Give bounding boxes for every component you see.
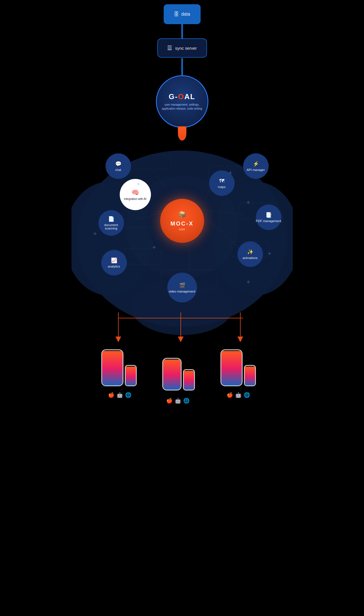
- platform-icons-right: 🍎 🤖 🌐: [220, 392, 257, 398]
- server-icon: ☰: [167, 45, 172, 51]
- maps-label: maps: [218, 185, 226, 189]
- android-icon-center: 🤖: [175, 398, 181, 404]
- ios-icon-left: 🍎: [108, 392, 114, 398]
- phone-right-2: [244, 365, 256, 386]
- chat-label: chat: [115, 168, 121, 172]
- plus-sign-5: +: [152, 244, 156, 251]
- chat-icon: 💬: [115, 161, 121, 167]
- video-icon: 🎬: [179, 282, 185, 289]
- pdf-icon: 📑: [266, 212, 272, 218]
- plus-sign-4: +: [93, 230, 97, 237]
- connector-sync-goal: [181, 58, 183, 75]
- chat-node: 💬 chat: [106, 153, 131, 179]
- device-group-center: [162, 358, 195, 391]
- doc-icon: 📄: [108, 216, 114, 222]
- api-manager-label: API manager: [247, 168, 265, 172]
- device-group-left: [101, 349, 137, 386]
- goal-subtitle: user management, settings, application r…: [157, 103, 207, 111]
- data-label: data: [181, 12, 190, 17]
- connector-data-sync: [181, 24, 183, 38]
- core-subtitle: core: [179, 227, 185, 231]
- analytics-icon: 📈: [111, 257, 117, 264]
- sync-server-label: sync server: [175, 46, 197, 51]
- web-icon-center: 🌐: [183, 398, 190, 404]
- core-icon: 📦: [178, 211, 186, 219]
- pdf-management-label: PDF management: [256, 219, 281, 223]
- document-scanning-node: 📄 document scanning: [98, 210, 124, 236]
- svg-marker-26: [237, 337, 243, 342]
- core-node: 📦 MOC-X core: [160, 199, 204, 243]
- document-scanning-label: document scanning: [98, 223, 124, 230]
- animations-icon: ✨: [247, 249, 253, 255]
- database-icon: 🗄: [174, 11, 179, 17]
- plus-sign-7: +: [247, 278, 250, 286]
- data-node: 🗄 data: [164, 4, 201, 24]
- maps-icon: 🗺: [219, 178, 224, 184]
- ios-icon-right: 🍎: [227, 392, 233, 398]
- platform-icons-left: 🍎 🤖 🌐: [101, 392, 138, 398]
- phone-center-2: [183, 369, 195, 391]
- animations-label: animations: [243, 256, 258, 260]
- goal-node: G-OAL user management, settings, applica…: [156, 75, 208, 128]
- goal-connector: [178, 126, 186, 141]
- sync-server-node: ☰ sync server: [157, 38, 207, 58]
- integration-ai-label: integration with AI: [123, 197, 148, 201]
- plus-sign-3: +: [247, 199, 250, 206]
- ai-icon: 🧠: [131, 189, 139, 196]
- analytics-node: 📈 analytics: [101, 250, 127, 275]
- api-icon: ⚡: [253, 161, 259, 167]
- phone-left-1: [101, 349, 123, 386]
- phone-left-2: [125, 365, 137, 386]
- plus-sign-2: +: [229, 169, 232, 177]
- analytics-label: analytics: [108, 265, 120, 268]
- android-icon-left: 🤖: [117, 392, 123, 398]
- goal-title: G-OAL: [169, 92, 195, 101]
- platform-icons-center: 🍎 🤖 🌐: [161, 398, 195, 404]
- plus-sign-6: +: [268, 250, 272, 257]
- web-icon-right: 🌐: [244, 392, 250, 398]
- video-management-node: 🎬 video management: [167, 273, 197, 302]
- integration-ai-node: 🧠 integration with AI: [120, 179, 151, 210]
- phone-right-1: [220, 349, 243, 386]
- svg-marker-24: [178, 337, 184, 342]
- phone-center-1: [162, 358, 182, 391]
- svg-marker-22: [115, 337, 121, 342]
- ios-icon-center: 🍎: [166, 398, 172, 404]
- goal-dot: O: [178, 92, 184, 101]
- web-icon-left: 🌐: [125, 392, 131, 398]
- device-group-right: [220, 349, 256, 386]
- core-title: MOC-X: [171, 220, 194, 227]
- pdf-management-node: 📑 PDF management: [256, 204, 281, 230]
- api-manager-node: ⚡ API manager: [243, 153, 269, 179]
- android-icon-right: 🤖: [235, 392, 241, 398]
- plus-sign-1: +: [137, 180, 140, 188]
- video-management-label: video management: [169, 290, 195, 293]
- animations-node: ✨ animations: [237, 241, 263, 267]
